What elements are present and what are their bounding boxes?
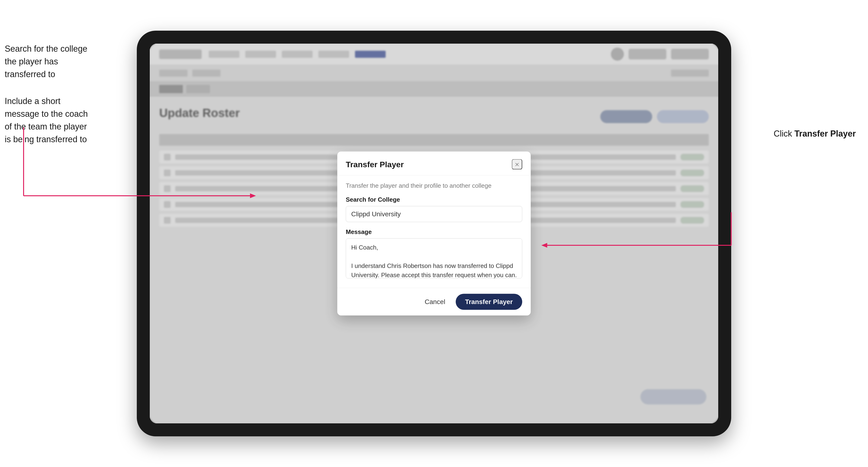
annotation-right-bold: Transfer Player <box>795 129 856 138</box>
annotation-text-1: Search for the college the player has tr… <box>5 42 94 81</box>
annotation-right: Click Transfer Player <box>774 127 863 140</box>
annotation-right-prefix: Click <box>774 129 795 138</box>
annotation-text-2: Include a short message to the coach of … <box>5 95 94 146</box>
ipad-screen: Update Roster <box>150 44 718 423</box>
ipad-device: Update Roster <box>137 31 731 436</box>
modal-subtitle: Transfer the player and their profile to… <box>346 182 522 189</box>
cancel-button[interactable]: Cancel <box>419 295 451 309</box>
modal-footer: Cancel Transfer Player <box>337 288 531 316</box>
transfer-player-button[interactable]: Transfer Player <box>456 294 522 310</box>
annotation-left: Search for the college the player has tr… <box>5 42 94 160</box>
message-textarea[interactable]: Hi Coach, I understand Chris Robertson h… <box>346 239 522 279</box>
search-college-label: Search for College <box>346 196 522 203</box>
search-college-input[interactable] <box>346 206 522 222</box>
modal-header: Transfer Player × <box>337 152 531 176</box>
modal-dialog: Transfer Player × Transfer the player an… <box>337 152 531 316</box>
modal-body: Transfer the player and their profile to… <box>337 176 531 288</box>
modal-close-button[interactable]: × <box>512 159 522 169</box>
modal-backdrop: Transfer Player × Transfer the player an… <box>150 44 718 423</box>
message-label: Message <box>346 228 522 236</box>
modal-title: Transfer Player <box>346 160 404 169</box>
